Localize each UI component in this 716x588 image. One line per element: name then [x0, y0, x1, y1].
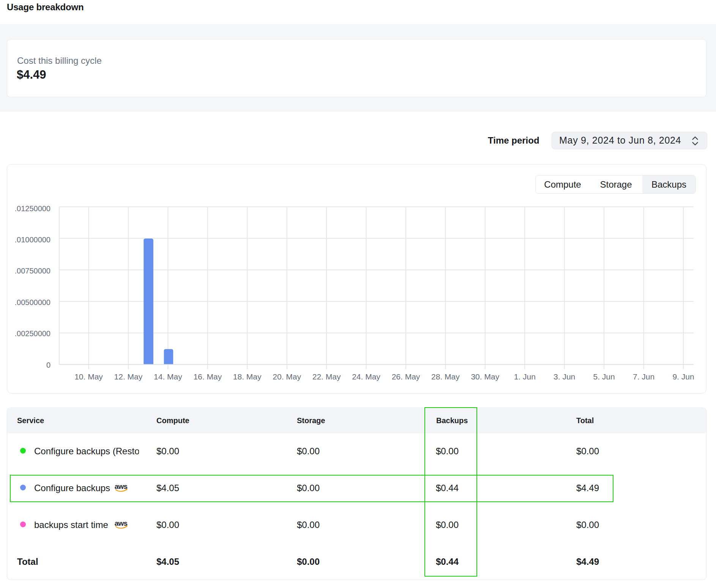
svg-text:aws: aws — [115, 520, 128, 527]
